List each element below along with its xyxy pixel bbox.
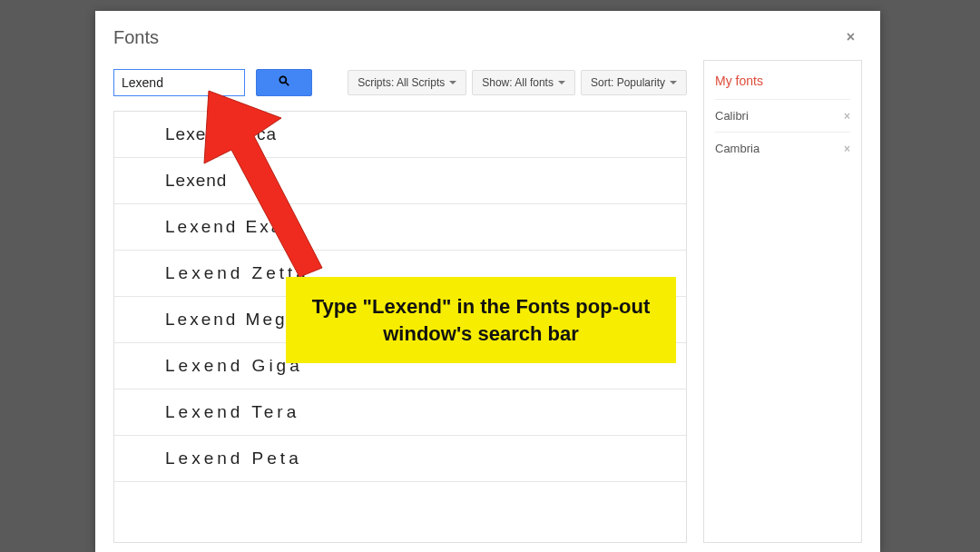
font-item[interactable]: Lexend Peta (114, 436, 686, 482)
modal-header: Fonts × (95, 11, 880, 60)
filter-sort-label: Sort: Popularity (591, 76, 665, 89)
chevron-down-icon (449, 81, 456, 84)
close-button[interactable]: × (839, 25, 862, 49)
svg-point-0 (279, 76, 286, 83)
modal-title: Fonts (113, 27, 159, 48)
filter-sort[interactable]: Sort: Popularity (581, 70, 687, 95)
svg-line-1 (286, 83, 289, 86)
font-item[interactable]: Lexend Tera (114, 389, 686, 436)
my-font-item[interactable]: Cambria × (715, 132, 850, 164)
my-font-label: Calibri (715, 109, 749, 123)
my-fonts-title: My fonts (715, 70, 850, 99)
chevron-down-icon (558, 81, 565, 84)
callout-text: Type "Lexend" in the Fonts pop-out windo… (312, 295, 650, 345)
filter-scripts-label: Scripts: All Scripts (358, 76, 445, 89)
annotation-arrow-icon (200, 86, 345, 277)
svg-marker-2 (204, 91, 322, 277)
instruction-callout: Type "Lexend" in the Fonts pop-out windo… (286, 277, 676, 363)
my-font-label: Cambria (715, 142, 760, 155)
filter-group: Scripts: All Scripts Show: All fonts Sor… (348, 70, 687, 95)
remove-font-button[interactable]: × (844, 110, 850, 123)
filter-show[interactable]: Show: All fonts (472, 70, 575, 95)
my-font-item[interactable]: Calibri × (715, 99, 850, 132)
remove-font-button[interactable]: × (844, 143, 850, 155)
filter-scripts[interactable]: Scripts: All Scripts (348, 70, 466, 95)
chevron-down-icon (670, 81, 677, 84)
filter-show-label: Show: All fonts (482, 76, 554, 89)
my-fonts-panel: My fonts Calibri × Cambria × (703, 60, 862, 543)
